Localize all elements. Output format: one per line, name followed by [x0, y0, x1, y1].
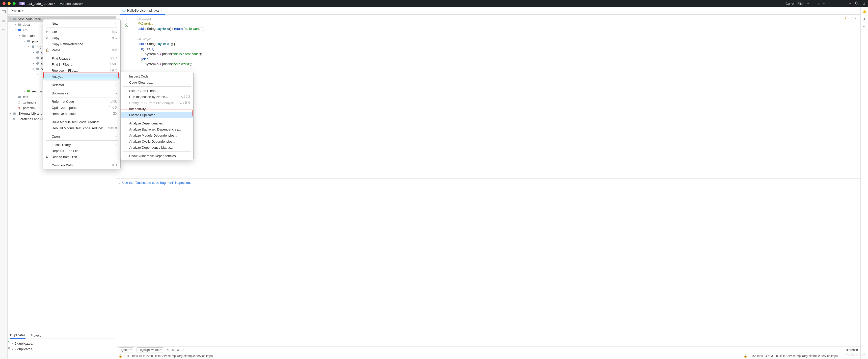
left-toolbar: ⊞ ⋯	[0, 7, 7, 359]
rerun-icon[interactable]: ↻	[7, 340, 10, 345]
context-menu-analyze[interactable]: Inspect Code...Code Cleanup...Silent Cod…	[120, 72, 193, 160]
tab-project-errors[interactable]: Project	[31, 333, 41, 337]
menu-item[interactable]: Code Cleanup...	[121, 79, 193, 85]
menu-item[interactable]: Local History▸	[43, 142, 120, 148]
collapse-icon[interactable]: ⇲	[166, 348, 169, 352]
menu-item[interactable]: Copy Path/Reference...	[43, 41, 120, 47]
window-controls	[2, 2, 16, 5]
menu-item[interactable]: Reformat Code⌥⌘L	[43, 98, 120, 104]
menu-item[interactable]: ✄Cut⌘X	[43, 29, 120, 35]
prev-highlight-icon[interactable]: ⌃	[851, 16, 854, 20]
duplicates-list[interactable]: ▸ 2 duplicates,▸ 2 duplicates,	[10, 339, 119, 359]
java-interface-icon: Ⓘ	[122, 8, 126, 12]
svg-point-5	[36, 57, 39, 59]
ignore-dropdown[interactable]: Ignore ▾	[119, 348, 134, 353]
menu-item[interactable]: Bookmarks▸	[43, 90, 120, 96]
tool-window-tabs: Duplicates Project	[7, 332, 116, 339]
sync-scroll-icon[interactable]: ⇅	[172, 348, 174, 352]
duplicate-group[interactable]: ▸ 2 duplicates,	[12, 346, 117, 352]
run-config[interactable]: Current File	[785, 2, 803, 5]
titlebar: TR test_code_reduce ▾ Version control ▾ …	[0, 0, 868, 7]
chevron-down-icon: ▾	[82, 2, 83, 5]
project-tool-icon[interactable]	[2, 9, 6, 14]
structure-tool-icon[interactable]: ⊞	[2, 19, 5, 23]
version-control-menu[interactable]: Version control	[60, 2, 82, 5]
menu-item[interactable]: Replace in Files...⇧⌘R	[43, 67, 120, 73]
menu-item[interactable]: Remove Module⌦	[43, 111, 120, 117]
menu-item[interactable]: ↻Reload from Disk	[43, 154, 120, 160]
code-with-me-icon[interactable]: ⚭	[848, 2, 851, 5]
duplicates-message: d. Use the "Duplicated code fragment" in…	[116, 179, 861, 347]
difference-count: 1 difference	[842, 348, 858, 352]
duplicate-group[interactable]: ▸ 2 duplicates,	[12, 340, 117, 346]
menu-item[interactable]: ⧉Copy⌘C	[43, 35, 120, 41]
menu-item[interactable]: Find in Files...⇧⌘F	[43, 61, 120, 67]
diff-right-title: #2 lines 24 to 31 in HelloServiceImpl (o…	[752, 354, 838, 358]
file-tab[interactable]: Ⓘ HelloServiceImpl.java ×	[120, 7, 165, 14]
warning-icon: ▲	[844, 16, 847, 20]
menu-item[interactable]: Find Usages⌥F7	[43, 55, 120, 61]
next-highlight-icon[interactable]: ⌄	[855, 16, 857, 20]
menu-item[interactable]: Refactor▸	[43, 82, 120, 88]
menu-item[interactable]: Repair IDE on File	[43, 148, 120, 154]
menu-item[interactable]: Rebuild Module 'test_code_reduce'⇧⌘F9	[43, 125, 120, 131]
menu-item[interactable]: Show Vulnerable Dependencies	[121, 153, 193, 159]
close-tab-icon[interactable]: ×	[160, 8, 162, 12]
menu-item[interactable]: Configure Current File Analysis...⌥⇧⌘H	[121, 100, 193, 106]
project-badge: TR	[20, 2, 25, 5]
editor-area: Ⓘ HelloServiceImpl.java × ⋮ 〉 no usages …	[116, 7, 861, 359]
tab-duplicates[interactable]: Duplicates	[10, 332, 26, 339]
lock-icon: 🔒	[119, 354, 122, 358]
menu-item[interactable]: New▸	[43, 21, 120, 27]
menu-item[interactable]: Compare With...⌘D	[43, 162, 120, 168]
code-editor[interactable]: 〉 no usages @Override public String sayH…	[116, 14, 861, 179]
menu-item[interactable]: Infer Nullity...	[121, 106, 193, 112]
override-gutter-icon[interactable]	[125, 24, 128, 27]
menu-item[interactable]: 📋Paste⌘V	[43, 47, 120, 53]
menu-item[interactable]: Optimize Imports⌃⌥O	[43, 104, 120, 111]
svg-line-1	[858, 4, 859, 5]
menu-item[interactable]: Run Inspection by Name...⌥⇧⌘I	[121, 94, 193, 100]
maven-icon[interactable]: m	[863, 24, 866, 28]
menu-item[interactable]: Open In▸	[43, 133, 120, 139]
run-icon[interactable]: ▷	[817, 2, 819, 5]
menu-item[interactable]: Locate Duplicates...	[121, 112, 193, 118]
highlight-dropdown[interactable]: Highlight words ▾	[136, 348, 164, 353]
close-window[interactable]	[2, 2, 5, 5]
inspection-summary[interactable]: ▲ 7 ⌃ ⌄	[844, 16, 857, 20]
maximize-window[interactable]	[12, 2, 16, 5]
editor-tabs: Ⓘ HelloServiceImpl.java × ⋮	[116, 7, 861, 14]
debug-icon[interactable]: ⌖	[823, 1, 825, 5]
menu-item[interactable]: Analyze Dependency Matrix...	[121, 144, 193, 150]
menu-item[interactable]: Analyze Cyclic Dependencies...	[121, 138, 193, 144]
help-icon[interactable]: ?	[182, 348, 184, 352]
chevron-down-icon[interactable]: ▾	[22, 9, 23, 12]
right-toolbar: 🔔 ◆ m	[861, 7, 868, 359]
project-name[interactable]: test_code_reduce	[27, 2, 53, 5]
menu-item[interactable]: Analyze▸	[43, 73, 120, 80]
duplicates-toolbar: ↻ ✕	[7, 339, 10, 359]
inspection-link[interactable]: Use the "Duplicated code fragment" inspe…	[122, 181, 191, 184]
ai-assist-icon[interactable]: ◆	[863, 17, 866, 21]
menu-item[interactable]: Analyze Module Dependencies...	[121, 132, 193, 138]
more-tool-icon[interactable]: ⋯	[2, 27, 5, 31]
close-icon[interactable]: ✕	[7, 347, 10, 350]
chevron-down-icon: ▾	[54, 2, 55, 5]
minimize-window[interactable]	[7, 2, 10, 5]
settings-icon[interactable]: ⚙	[177, 348, 179, 352]
context-menu-project[interactable]: New▸✄Cut⌘X⧉Copy⌘CCopy Path/Reference...📋…	[43, 19, 121, 170]
menu-item[interactable]: Analyze Backward Dependencies...	[121, 126, 193, 132]
menu-item[interactable]: Analyze Dependencies...	[121, 120, 193, 126]
menu-item[interactable]: Inspect Code...	[121, 73, 193, 79]
notifications-icon[interactable]: 🔔	[863, 9, 867, 13]
more-icon[interactable]: ⋮	[828, 2, 831, 5]
warning-count: 7	[848, 16, 850, 20]
settings-icon[interactable]: ⚙	[863, 2, 866, 5]
tab-actions-icon[interactable]: ⋮	[854, 9, 857, 12]
menu-item[interactable]: Build Module 'test_code_reduce'	[43, 119, 120, 125]
project-panel-header: Project ▾	[7, 7, 116, 14]
watermark: 稀土掘金技术社区	[845, 353, 866, 357]
search-icon[interactable]	[855, 1, 859, 6]
lock-icon: 🔒	[744, 354, 747, 358]
menu-item[interactable]: Silent Code Cleanup	[121, 88, 193, 94]
